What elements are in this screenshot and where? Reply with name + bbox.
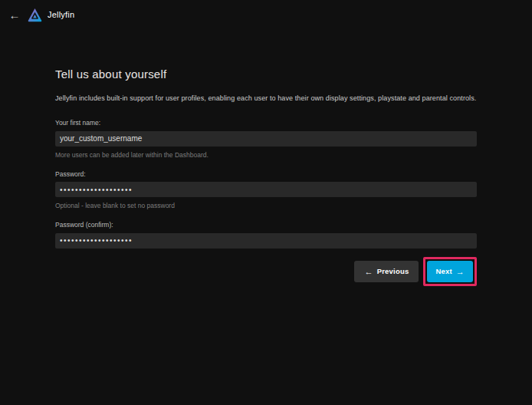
jellyfin-logo-icon xyxy=(27,7,43,23)
first-name-field-group: Your first name: More users can be added… xyxy=(55,119,477,159)
annotation-highlight: Next → xyxy=(423,257,477,286)
previous-button-label: Previous xyxy=(377,267,409,275)
page-title: Tell us about yourself xyxy=(55,68,477,81)
first-name-helper: More users can be added later within the… xyxy=(55,151,477,159)
password-input[interactable] xyxy=(55,182,477,197)
password-helper: Optional - leave blank to set no passwor… xyxy=(55,202,477,209)
top-bar: ← Jellyfin xyxy=(0,0,532,29)
password-confirm-field-group: Password (confirm): xyxy=(55,221,477,249)
password-label: Password: xyxy=(55,170,477,178)
previous-button[interactable]: ← Previous xyxy=(354,261,419,282)
back-button[interactable]: ← xyxy=(5,5,25,25)
next-button[interactable]: Next → xyxy=(427,261,473,282)
arrow-left-icon: ← xyxy=(364,267,373,276)
app-name: Jellyfin xyxy=(48,10,74,19)
password-confirm-input[interactable] xyxy=(55,233,477,249)
password-confirm-label: Password (confirm): xyxy=(55,221,477,229)
wizard-navigation: ← Previous Next → xyxy=(55,257,477,286)
setup-wizard-page: Tell us about yourself Jellyfin includes… xyxy=(0,68,532,286)
arrow-right-icon: → xyxy=(456,267,465,276)
next-button-label: Next xyxy=(435,267,452,275)
arrow-left-icon: ← xyxy=(9,8,21,21)
page-description: Jellyfin includes built-in support for u… xyxy=(55,94,477,102)
first-name-input[interactable] xyxy=(55,131,477,147)
password-field-group: Password: Optional - leave blank to set … xyxy=(55,170,477,210)
first-name-label: Your first name: xyxy=(55,119,477,127)
jellyfin-logo: Jellyfin xyxy=(27,7,74,23)
